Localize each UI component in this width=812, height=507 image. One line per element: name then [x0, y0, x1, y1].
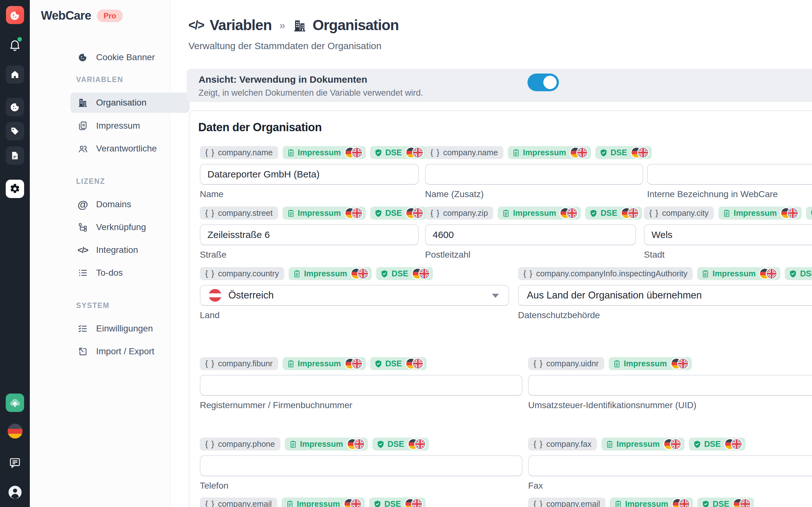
variable-badge[interactable]: { }company.companyInfo.inspectingAuthori…	[518, 267, 693, 280]
impressum-badge[interactable]: Impressum	[498, 207, 581, 220]
flag-uk-icon	[357, 268, 369, 279]
chat-icon[interactable]	[9, 456, 21, 470]
phone-input[interactable]	[200, 455, 522, 476]
upload-cloud-icon[interactable]	[6, 394, 24, 412]
brand: WebCare Pro	[41, 9, 123, 22]
breadcrumb-separator: »	[280, 19, 286, 32]
flag-uk-icon	[412, 147, 424, 158]
flag-uk-icon	[411, 498, 423, 507]
variable-badge[interactable]: { }company.email	[528, 498, 606, 507]
field-company-zip: { }company.zip Impressum DSE Postleitzah…	[425, 207, 636, 260]
dse-badge[interactable]: DSE	[689, 438, 745, 451]
cookie-icon[interactable]	[6, 98, 24, 116]
sidebar-item-domains[interactable]: @ Domains	[77, 194, 131, 215]
dse-badge[interactable]: DSE	[595, 146, 652, 159]
impressum-badge[interactable]: Impressum	[285, 438, 368, 451]
street-input[interactable]	[200, 224, 419, 245]
language-flag-de-icon[interactable]	[8, 424, 22, 439]
fibunr-input[interactable]	[200, 375, 522, 396]
impressum-badge[interactable]: Impressum	[718, 207, 802, 220]
variable-badge[interactable]: { }company.name	[425, 146, 503, 159]
tag-icon[interactable]	[6, 122, 24, 140]
dse-badge[interactable]: DSE	[785, 267, 812, 280]
sidebar-item-verantwortliche[interactable]: Verantwortliche	[77, 138, 157, 159]
settings-gear-icon[interactable]	[6, 180, 24, 198]
sidebar-item-einwilligungen[interactable]: Einwilligungen	[77, 319, 153, 339]
variable-badge[interactable]: { }company.fax	[528, 438, 597, 451]
variable-badge[interactable]: { }company.name	[200, 146, 278, 159]
field-company-country: { }company.country Impressum DSE Österre…	[200, 267, 509, 320]
dse-badge[interactable]: DSE	[369, 498, 426, 507]
fax-input[interactable]	[528, 455, 812, 476]
dse-badge[interactable]: DSE	[370, 146, 426, 159]
impressum-badge[interactable]: Impressum	[283, 146, 366, 159]
sidebar-item-organisation[interactable]: Organisation	[70, 93, 190, 113]
sidebar-item-verknuepfung[interactable]: Verknüpfung	[77, 217, 146, 237]
field-inspecting-authority: { }company.companyInfo.inspectingAuthori…	[518, 267, 812, 320]
dse-badge[interactable]: DSE	[370, 207, 426, 220]
checklist-icon	[77, 323, 89, 334]
impressum-badge[interactable]: Impressum	[289, 267, 372, 280]
flag-uk-icon	[627, 207, 639, 219]
sidebar-item-integration[interactable]: </> Integration	[77, 240, 138, 260]
impressum-badge[interactable]: Impressum	[610, 498, 693, 507]
sidebar-item-todos[interactable]: To-dos	[77, 263, 123, 283]
variable-badge[interactable]: { }company.zip	[425, 207, 493, 220]
clipboard-icon	[722, 209, 731, 217]
sidebar-item-label: Einwilligungen	[96, 324, 153, 334]
field-label: Datenschutzbehörde	[518, 310, 812, 320]
sidebar-item-label: To-dos	[96, 268, 123, 278]
zip-input[interactable]	[425, 224, 636, 245]
variable-badge[interactable]: { }company.country	[200, 267, 284, 280]
shield-icon	[374, 360, 383, 368]
dse-badge[interactable]: DSE	[698, 498, 754, 507]
impressum-badge[interactable]: Impressum	[601, 438, 684, 451]
clipboard-icon	[287, 360, 295, 368]
variable-badge[interactable]: { }company.email	[200, 498, 277, 507]
name-zusatz-input[interactable]	[425, 164, 643, 185]
at-sign-icon: @	[77, 199, 89, 210]
interne-bezeichnung-input[interactable]	[647, 164, 812, 185]
usage-view-toggle[interactable]	[527, 73, 559, 91]
field-label: Telefon	[200, 481, 522, 491]
impressum-badge[interactable]: Impressum	[282, 498, 365, 507]
impressum-badge[interactable]: Impressum	[697, 267, 780, 280]
uidnr-input[interactable]	[528, 375, 812, 396]
breadcrumb-variablen[interactable]: Variablen	[210, 16, 272, 34]
dse-badge[interactable]: DSE	[806, 207, 812, 220]
dse-badge[interactable]: DSE	[585, 207, 642, 220]
country-select[interactable]: Österreich	[200, 285, 509, 306]
people-icon	[77, 143, 89, 154]
variable-badge[interactable]: { }company.street	[200, 207, 278, 220]
variable-badge[interactable]: { }company.city	[644, 207, 714, 220]
flag-uk-icon	[412, 207, 424, 219]
variable-badge[interactable]: { }company.fibunr	[200, 357, 278, 370]
sidebar-item-cookie-banner[interactable]: Cookie Banner	[77, 47, 155, 67]
home-icon[interactable]	[6, 65, 24, 83]
variable-badge[interactable]: { }company.uidnr	[528, 357, 604, 370]
impressum-badge[interactable]: Impressum	[609, 357, 692, 370]
sidebar-item-import-export[interactable]: Import / Export	[77, 341, 154, 361]
sidebar-item-impressum[interactable]: Impressum	[77, 116, 140, 136]
flag-uk-icon	[787, 207, 799, 219]
impressum-badge[interactable]: Impressum	[283, 207, 366, 220]
name-input[interactable]	[200, 164, 419, 185]
dse-badge[interactable]: DSE	[376, 267, 433, 280]
clipboard-icon	[512, 149, 520, 157]
notification-dot	[17, 37, 22, 42]
impressum-badge[interactable]: Impressum	[508, 146, 591, 159]
card-title: Daten der Organisation	[198, 121, 322, 134]
city-input[interactable]	[644, 224, 812, 245]
dse-badge[interactable]: DSE	[372, 438, 429, 451]
account-user-icon[interactable]	[8, 485, 22, 501]
variable-badge[interactable]: { }company.phone	[200, 438, 281, 451]
impressum-badge[interactable]: Impressum	[283, 357, 366, 370]
badge-row: { }company.companyInfo.inspectingAuthori…	[518, 267, 812, 280]
shield-icon	[693, 440, 701, 448]
authority-select[interactable]: Aus Land der Organisation übernehmen	[518, 285, 812, 306]
notifications-bell-icon[interactable]	[8, 38, 21, 52]
document-icon[interactable]	[6, 147, 24, 165]
clipboard-icon	[614, 500, 622, 507]
app-logo-icon[interactable]	[6, 6, 24, 24]
dse-badge[interactable]: DSE	[370, 357, 426, 370]
